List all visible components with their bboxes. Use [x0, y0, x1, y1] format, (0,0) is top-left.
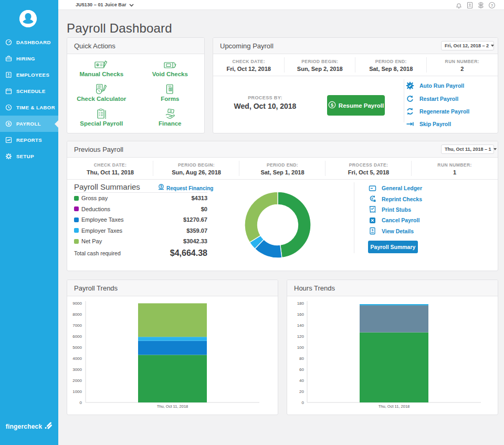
- fingercheck-wordmark: fingercheck: [6, 423, 43, 430]
- field-value: Sun, Sep 2, 2018: [285, 66, 356, 72]
- svg-text:$: $: [371, 229, 373, 232]
- quick-action-manual-checks[interactable]: $ Manual Checks: [67, 55, 136, 80]
- time-labor-icon: [5, 104, 12, 111]
- action-print-stubs[interactable]: Print Stubs: [368, 204, 422, 215]
- sidebar-item-hiring[interactable]: HIRING: [0, 50, 58, 67]
- hiring-icon: [5, 55, 12, 62]
- skip-icon: [406, 120, 414, 128]
- legend-row-employee-taxes: Employee Taxes $1270.67: [74, 214, 207, 225]
- legend-value: $4313: [191, 195, 207, 201]
- field-label: PERIOD END:: [239, 162, 326, 168]
- svg-text:$: $: [160, 184, 162, 189]
- field-label: PERIOD BEGIN:: [285, 59, 356, 64]
- money-icon[interactable]: [477, 2, 485, 9]
- request-financing-link[interactable]: $ Request Financing: [158, 183, 213, 193]
- action-auto-run-payroll[interactable]: Auto Run Payroll: [406, 79, 469, 92]
- svg-text:$: $: [97, 63, 99, 66]
- company-selector[interactable]: JU5130 – 01 Juice Bar: [76, 2, 134, 7]
- legend-value: $359.07: [186, 227, 207, 234]
- sidebar-item-label: DASHBOARD: [16, 39, 51, 45]
- sidebar: DASHBOARD HIRING EMPLOYEES SCHEDULE TIME…: [0, 0, 58, 445]
- legend-label: Deductions: [81, 206, 110, 212]
- upcoming-payroll-selector[interactable]: Fri, Oct 12, 2018 – 2: [441, 41, 494, 50]
- bar-segment-gross-pay: [138, 355, 207, 402]
- sidebar-item-label: REPORTS: [16, 137, 42, 143]
- donut-segment-gross-pay: [278, 192, 311, 258]
- payroll-summaries-donut-chart: [244, 191, 312, 259]
- check-calculator-icon: [94, 82, 108, 95]
- legend-value: $3042.33: [183, 238, 207, 244]
- action-skip-payroll[interactable]: Skip Payroll: [406, 118, 469, 130]
- previous-payroll-header: Previous Payroll Thu, Oct 11, 2018 – 1: [67, 141, 498, 158]
- action-reprint-checks[interactable]: $ Reprint Checks: [368, 193, 422, 204]
- previous-payroll-selector[interactable]: Thu, Oct 11, 2018 – 1: [441, 144, 494, 154]
- action-regenerate-payroll[interactable]: Regenerate Payroll: [406, 105, 469, 118]
- sidebar-item-time-labor[interactable]: TIME & LABOR: [0, 99, 58, 116]
- y-tick-label: 60: [299, 367, 304, 372]
- svg-text:?: ?: [491, 3, 494, 7]
- previous-fields-row: CHECK DATE: Thu, Oct 11, 2018 PERIOD BEG…: [67, 158, 498, 180]
- schedule-icon: [5, 88, 12, 95]
- quick-actions-header: Quick Actions: [67, 38, 204, 54]
- sidebar-item-payroll[interactable]: $ PAYROLL: [0, 116, 58, 132]
- contacts-icon[interactable]: [466, 2, 474, 9]
- donut-segment-net-pay: [245, 192, 278, 242]
- legend-label: Employee Taxes: [81, 216, 124, 223]
- topbar-icons: ?: [455, 0, 496, 10]
- sidebar-item-label: SCHEDULE: [16, 88, 46, 94]
- sidebar-item-setup[interactable]: SETUP: [0, 148, 58, 164]
- sidebar-item-reports[interactable]: REPORTS: [0, 132, 58, 148]
- field-value: Sat, Sep 1, 2018: [239, 169, 326, 175]
- action-general-ledger[interactable]: General Ledger: [368, 183, 422, 193]
- action-view-details[interactable]: $ View Details: [368, 226, 422, 236]
- y-tick-label: 180: [297, 301, 304, 306]
- field-label: CHECK DATE:: [67, 162, 153, 168]
- y-tick-label: 6000: [72, 334, 82, 339]
- sidebar-item-schedule[interactable]: SCHEDULE: [0, 83, 58, 99]
- topbar: JU5130 – 01 Juice Bar ?: [58, 0, 504, 10]
- upcoming-payroll-title: Upcoming Payroll: [220, 42, 274, 50]
- process-by-label: PROCESS BY:: [226, 95, 304, 100]
- y-tick-label: 160: [297, 312, 304, 317]
- payroll-summary-button[interactable]: Payroll Summary: [368, 241, 418, 253]
- quick-action-void-checks[interactable]: Void Checks: [136, 55, 205, 80]
- action-label: Cancel Payroll: [382, 217, 419, 223]
- legend-value: $1270.67: [183, 216, 207, 223]
- y-tick-label: 20: [299, 389, 304, 394]
- legend-value: $0: [201, 206, 207, 212]
- previous-payroll-panel: Previous Payroll Thu, Oct 11, 2018 – 1 C…: [67, 141, 498, 271]
- action-restart-payroll[interactable]: Restart Payroll: [406, 92, 469, 105]
- divider: [404, 79, 404, 122]
- y-tick-label: 1000: [72, 389, 82, 394]
- quick-actions-grid: $ Manual Checks Void Checks Check Calcul…: [67, 54, 204, 129]
- quick-action-check-calculator[interactable]: Check Calculator: [67, 80, 136, 105]
- quick-action-forms[interactable]: $ Forms: [136, 80, 205, 105]
- action-cancel-payroll[interactable]: Cancel Payroll: [368, 215, 422, 225]
- gear-check-icon: [406, 81, 414, 90]
- avatar[interactable]: [19, 10, 37, 27]
- upcoming-payroll-panel: Upcoming Payroll Fri, Oct 12, 2018 – 2 C…: [213, 37, 498, 133]
- bell-icon[interactable]: [455, 2, 463, 9]
- quick-action-special-payroll[interactable]: Special Payroll: [67, 105, 136, 129]
- field-label: RUN NUMBER:: [427, 59, 498, 64]
- y-tick-label: 5000: [72, 345, 82, 350]
- bar-segment-regular: [360, 333, 428, 402]
- bar-segment-net-pay: [138, 303, 207, 337]
- legend-label: Gross pay: [81, 195, 108, 201]
- field-value: Sun, Aug 26, 2018: [153, 169, 239, 175]
- total-cash-value: $4,664.38: [170, 249, 207, 258]
- quick-actions-title: Quick Actions: [74, 42, 116, 50]
- regenerate-icon: [406, 107, 414, 116]
- request-financing-label: Request Financing: [166, 185, 213, 191]
- sidebar-item-dashboard[interactable]: DASHBOARD: [0, 34, 58, 50]
- action-label: Regenerate Payroll: [419, 108, 469, 115]
- sidebar-item-employees[interactable]: EMPLOYEES: [0, 67, 58, 83]
- quick-action-label: Finance: [159, 120, 181, 127]
- bar-segment-other: [360, 304, 428, 305]
- legend-swatch: [74, 239, 79, 244]
- resume-payroll-button[interactable]: $ Resume Payroll: [327, 95, 385, 116]
- quick-action-finance[interactable]: Finance: [136, 105, 205, 129]
- y-tick-label: 3000: [72, 367, 82, 372]
- help-icon[interactable]: ?: [488, 2, 496, 9]
- upcoming-payroll-header: Upcoming Payroll Fri, Oct 12, 2018 – 2: [213, 38, 498, 54]
